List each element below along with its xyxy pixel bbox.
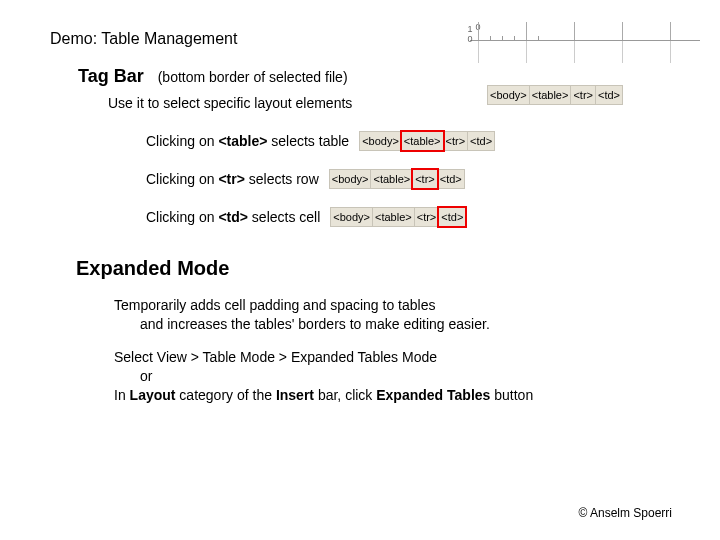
tag[interactable]: <tr>	[415, 208, 440, 226]
click-text: Clicking on <tr> selects row	[146, 171, 319, 187]
tag-body[interactable]: <body>	[488, 86, 530, 104]
tagbar-strip-main: <body> <table> <tr> <td>	[487, 85, 623, 105]
click-text: Clicking on <table> selects table	[146, 133, 349, 149]
tag[interactable]: <tr>	[413, 170, 438, 188]
tag[interactable]: <table>	[402, 132, 444, 150]
ruler-graphic: 0	[470, 22, 700, 62]
click-row-1: Clicking on <tr> selects row<body><table…	[146, 169, 680, 189]
tag[interactable]: <body>	[330, 170, 372, 188]
tagbar-heading: Tag Bar	[78, 66, 144, 87]
tag[interactable]: <body>	[360, 132, 402, 150]
tag[interactable]: <td>	[468, 132, 494, 150]
tagbar-strip-example: <body><table><tr><td>	[329, 169, 465, 189]
tag[interactable]: <table>	[371, 170, 413, 188]
tag-tr[interactable]: <tr>	[571, 86, 596, 104]
tagbar-subtitle: (bottom border of selected file)	[158, 69, 348, 85]
tag[interactable]: <td>	[439, 208, 465, 226]
tag[interactable]: <body>	[331, 208, 373, 226]
expanded-title: Expanded Mode	[76, 257, 680, 280]
tag[interactable]: <table>	[373, 208, 415, 226]
tag-td[interactable]: <td>	[596, 86, 622, 104]
tagbar-strip-example: <body><table><tr><td>	[359, 131, 495, 151]
expanded-steps: Select View > Table Mode > Expanded Tabl…	[114, 348, 680, 405]
tag[interactable]: <tr>	[444, 132, 469, 150]
tagbar-strip-example: <body><table><tr><td>	[330, 207, 466, 227]
tag[interactable]: <td>	[438, 170, 464, 188]
ruler-rowhead: 1 0	[465, 24, 475, 44]
click-row-0: Clicking on <table> selects table<body><…	[146, 131, 680, 151]
click-row-2: Clicking on <td> selects cell<body><tabl…	[146, 207, 680, 227]
footer-copyright: © Anselm Spoerri	[578, 506, 672, 520]
click-text: Clicking on <td> selects cell	[146, 209, 320, 225]
tag-table[interactable]: <table>	[530, 86, 572, 104]
expanded-desc: Temporarily adds cell padding and spacin…	[114, 296, 680, 334]
